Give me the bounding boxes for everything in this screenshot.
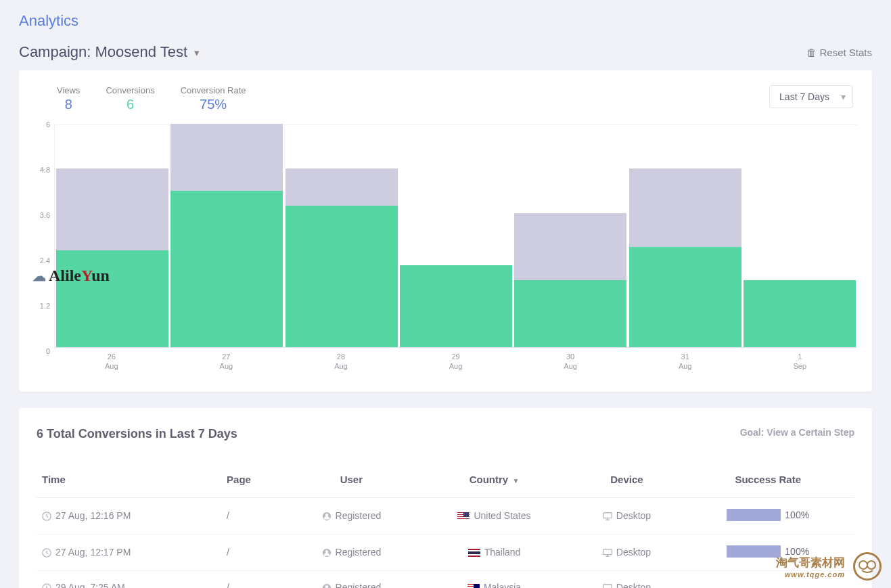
campaign-selector[interactable]: Campaign: Moosend Test ▾: [19, 43, 200, 61]
sort-down-icon: ▼: [512, 477, 519, 484]
cell-time: 27 Aug, 12:16 PM: [37, 497, 221, 534]
stat-label: Conversions: [106, 85, 154, 95]
wm2-line1: 淘气哥素材网: [776, 556, 845, 569]
stat-value: 6: [106, 97, 154, 112]
col-user[interactable]: User: [286, 461, 416, 498]
cell-country: Thailand: [417, 534, 572, 570]
cell-country: Malaysia: [417, 570, 572, 588]
page-title: Analytics: [19, 12, 872, 30]
bar-26-Aug[interactable]: [55, 125, 169, 347]
date-range-dropdown[interactable]: Last 7 Days: [769, 85, 853, 108]
bar-chart: 01.22.43.64.86 26Aug27Aug28Aug29Aug30Aug…: [27, 125, 864, 371]
goal-label: Goal: View a Certain Step: [740, 427, 854, 441]
campaign-label: Campaign: Moosend Test: [19, 43, 187, 60]
cell-page: /: [221, 534, 286, 570]
date-range-selected: Last 7 Days: [779, 91, 829, 102]
cell-rate: 100%: [681, 497, 854, 534]
conversions-table: Time Page User Country ▼ Device Success …: [37, 461, 854, 588]
flag-icon: [457, 512, 470, 520]
col-rate[interactable]: Success Rate: [681, 461, 854, 498]
stat-views: Views 8: [57, 85, 80, 112]
svg-rect-11: [603, 585, 612, 588]
bar-29-Aug[interactable]: [398, 125, 513, 347]
bar-31-Aug[interactable]: [628, 125, 742, 347]
bar-30-Aug[interactable]: [513, 125, 628, 347]
svg-point-12: [859, 561, 867, 569]
col-time[interactable]: Time: [37, 461, 221, 498]
watermark-tqge: 淘气哥素材网 www.tqge.com: [776, 555, 879, 579]
table-row[interactable]: 27 Aug, 12:16 PM/RegisteredUnited States…: [37, 497, 854, 534]
bar-1-Sep[interactable]: [743, 125, 857, 347]
bar-27-Aug[interactable]: [169, 125, 283, 347]
svg-point-2: [325, 514, 327, 516]
trash-icon: 🗑: [806, 47, 817, 58]
face-icon: [853, 552, 882, 581]
cell-user: Registered: [286, 534, 416, 570]
cell-page: /: [221, 570, 286, 588]
cell-user: Registered: [286, 570, 416, 588]
cell-device: Desktop: [572, 570, 682, 588]
svg-rect-3: [603, 513, 612, 518]
table-row[interactable]: 29 Aug, 7:25 AM/RegisteredMalaysiaDeskto…: [37, 570, 854, 588]
stat-value: 8: [57, 97, 80, 112]
stat-conversion-rate: Conversion Rate 75%: [181, 85, 246, 112]
stat-label: Conversion Rate: [181, 85, 246, 95]
table-row[interactable]: 27 Aug, 12:17 PM/RegisteredThailandDeskt…: [37, 534, 854, 570]
cell-time: 29 Aug, 7:25 AM: [37, 570, 221, 588]
watermark-alileyun: ☁AlileYun: [32, 267, 110, 285]
wm2-line2: www.tqge.com: [776, 570, 845, 579]
svg-point-13: [867, 561, 875, 569]
cell-time: 27 Aug, 12:17 PM: [37, 534, 221, 570]
chevron-down-icon: ▾: [194, 47, 200, 59]
reset-stats-button[interactable]: 🗑Reset Stats: [806, 47, 872, 58]
svg-point-6: [325, 550, 327, 553]
reset-label: Reset Stats: [819, 47, 872, 58]
conversions-title: 6 Total Conversions in Last 7 Days: [37, 427, 237, 441]
col-country[interactable]: Country ▼: [417, 461, 572, 498]
cell-device: Desktop: [572, 534, 682, 570]
cell-device: Desktop: [572, 497, 682, 534]
cell-page: /: [221, 497, 286, 534]
svg-rect-7: [603, 549, 612, 555]
stat-value: 75%: [181, 97, 246, 112]
bar-28-Aug[interactable]: [284, 125, 398, 347]
chart-card: Views 8 Conversions 6 Conversion Rate 75…: [19, 70, 872, 392]
stat-label: Views: [57, 85, 80, 95]
cell-user: Registered: [286, 497, 416, 534]
stat-conversions: Conversions 6: [106, 85, 154, 112]
flag-icon: [468, 549, 480, 557]
col-page[interactable]: Page: [221, 461, 286, 498]
cell-country: United States: [417, 497, 572, 534]
col-device[interactable]: Device: [572, 461, 682, 498]
flag-icon: [467, 584, 480, 588]
conversions-card: 6 Total Conversions in Last 7 Days Goal:…: [19, 408, 872, 588]
